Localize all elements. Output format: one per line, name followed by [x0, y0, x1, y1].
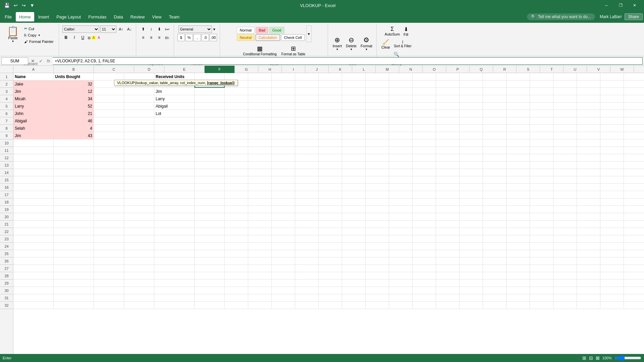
cell-T9[interactable]: [530, 132, 553, 139]
cell-D10[interactable]: [124, 139, 154, 147]
cell-P24[interactable]: [436, 243, 460, 250]
cell-B7[interactable]: 46: [54, 117, 94, 125]
cell-W4[interactable]: [600, 95, 624, 103]
cell-T23[interactable]: [530, 235, 553, 243]
cell-K7[interactable]: [319, 117, 342, 125]
cell-C14[interactable]: [94, 169, 124, 176]
cell-K27[interactable]: [319, 265, 342, 272]
cell-B27[interactable]: [54, 265, 94, 272]
cell-B22[interactable]: [54, 228, 94, 235]
cell-A7[interactable]: Abigail: [13, 117, 54, 125]
cell-Q21[interactable]: [460, 221, 483, 228]
cell-V1[interactable]: [577, 73, 600, 80]
cell-S9[interactable]: [506, 132, 530, 139]
cell-W16[interactable]: [600, 184, 624, 191]
cell-K3[interactable]: [319, 88, 342, 95]
cell-R18[interactable]: [483, 198, 506, 206]
cell-Q11[interactable]: [460, 147, 483, 154]
sort-filter-button[interactable]: ↕ Sort & Filter: [392, 38, 413, 50]
cell-G3[interactable]: [225, 88, 248, 95]
cell-G16[interactable]: [225, 184, 248, 191]
name-box[interactable]: SUM: [1, 57, 28, 65]
cell-T6[interactable]: [530, 110, 553, 117]
cell-H16[interactable]: [248, 184, 272, 191]
cell-U3[interactable]: [553, 88, 577, 95]
cell-P27[interactable]: [436, 265, 460, 272]
cell-U30[interactable]: [553, 287, 577, 294]
col-header-F[interactable]: F: [205, 66, 235, 73]
cell-A19[interactable]: [13, 206, 54, 213]
cell-B8[interactable]: 4: [54, 125, 94, 132]
cell-C23[interactable]: [94, 235, 124, 243]
cell-L30[interactable]: [342, 287, 366, 294]
cell-A24[interactable]: [13, 243, 54, 250]
cell-P31[interactable]: [436, 294, 460, 302]
cell-K25[interactable]: [319, 250, 342, 257]
cell-M25[interactable]: [366, 250, 389, 257]
wrap-text-button[interactable]: ≡↵: [164, 25, 171, 33]
cell-P16[interactable]: [436, 184, 460, 191]
row-num-19[interactable]: 19: [0, 206, 13, 213]
cell-M21[interactable]: [366, 221, 389, 228]
cell-C4[interactable]: [94, 95, 124, 103]
cell-V15[interactable]: [577, 176, 600, 184]
cell-B1[interactable]: Units Bought: [54, 73, 94, 80]
cell-H26[interactable]: [248, 257, 272, 265]
cell-O7[interactable]: [413, 117, 436, 125]
align-left-button[interactable]: ≡: [140, 34, 147, 41]
cell-U1[interactable]: [553, 73, 577, 80]
cell-P17[interactable]: [436, 191, 460, 198]
cell-F27[interactable]: [195, 265, 225, 272]
cell-T4[interactable]: [530, 95, 553, 103]
cell-T2[interactable]: [530, 80, 553, 88]
cell-N30[interactable]: [389, 287, 413, 294]
merge-center-button[interactable]: ⊟↕: [164, 34, 171, 41]
cell-L21[interactable]: [342, 221, 366, 228]
cell-I8[interactable]: [272, 125, 295, 132]
cell-W13[interactable]: [600, 162, 624, 169]
menu-page-layout[interactable]: Page Layout: [53, 12, 84, 21]
cell-O17[interactable]: [413, 191, 436, 198]
cell-H27[interactable]: [248, 265, 272, 272]
cell-H7[interactable]: [248, 117, 272, 125]
cell-D20[interactable]: [124, 213, 154, 221]
cell-F31[interactable]: [195, 294, 225, 302]
cell-I16[interactable]: [272, 184, 295, 191]
row-num-1[interactable]: 1: [0, 73, 13, 80]
cell-J23[interactable]: [295, 235, 319, 243]
cell-N15[interactable]: [389, 176, 413, 184]
cell-I23[interactable]: [272, 235, 295, 243]
cell-O12[interactable]: [413, 154, 436, 162]
cell-Q17[interactable]: [460, 191, 483, 198]
cell-K14[interactable]: [319, 169, 342, 176]
cell-K11[interactable]: [319, 147, 342, 154]
cell-N26[interactable]: [389, 257, 413, 265]
col-header-C[interactable]: C: [94, 66, 134, 73]
cell-N31[interactable]: [389, 294, 413, 302]
row-num-11[interactable]: 11: [0, 147, 13, 154]
cell-E14[interactable]: [154, 169, 195, 176]
cell-R24[interactable]: [483, 243, 506, 250]
cell-N22[interactable]: [389, 228, 413, 235]
currency-button[interactable]: $: [177, 34, 185, 41]
cell-C18[interactable]: [94, 198, 124, 206]
cell-W31[interactable]: [600, 294, 624, 302]
cell-R6[interactable]: [483, 110, 506, 117]
cell-R16[interactable]: [483, 184, 506, 191]
cell-S15[interactable]: [506, 176, 530, 184]
cell-W2[interactable]: [600, 80, 624, 88]
row-num-8[interactable]: 8: [0, 125, 13, 132]
cell-M14[interactable]: [366, 169, 389, 176]
menu-home[interactable]: Home: [16, 12, 34, 21]
cell-R19[interactable]: [483, 206, 506, 213]
cell-V27[interactable]: [577, 265, 600, 272]
cell-A32[interactable]: [13, 302, 54, 309]
cell-W9[interactable]: [600, 132, 624, 139]
cell-F11[interactable]: [195, 147, 225, 154]
cell-N4[interactable]: [389, 95, 413, 103]
cell-R30[interactable]: [483, 287, 506, 294]
cell-L10[interactable]: [342, 139, 366, 147]
cell-P13[interactable]: [436, 162, 460, 169]
cell-P21[interactable]: [436, 221, 460, 228]
row-num-18[interactable]: 18: [0, 198, 13, 206]
